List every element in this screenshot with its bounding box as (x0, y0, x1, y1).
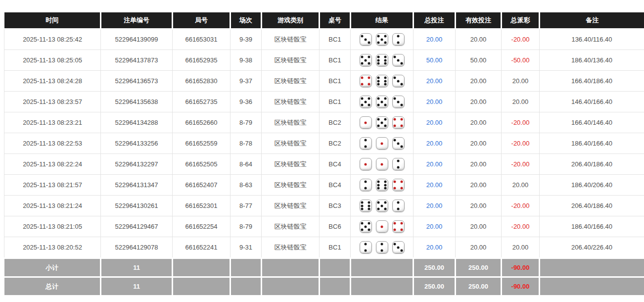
cell-total-bet[interactable]: 20.00 (414, 216, 456, 237)
cell-game-type: 区块链骰宝 (262, 71, 320, 92)
cell-round-id: 661653031 (173, 29, 230, 50)
die-face-3-icon (392, 75, 405, 87)
die-face-1-icon (360, 116, 372, 129)
table-row: 2025-11-13 08:25:05 522964137873 6616529… (4, 50, 644, 71)
summary-payout: -90.00 (502, 277, 540, 296)
cell-bet-id: 522964134288 (101, 112, 173, 133)
cell-valid-bet: 20.00 (456, 175, 502, 196)
die-face-2-icon (360, 137, 372, 150)
cell-valid-bet: 20.00 (456, 237, 502, 258)
cell-round-id: 661652505 (173, 154, 230, 175)
cell-total-bet[interactable]: 20.00 (414, 92, 456, 112)
cell-payout: -20.00 (502, 196, 540, 216)
cell-valid-bet: 20.00 (456, 29, 502, 50)
cell-payout: -20.00 (502, 154, 540, 175)
cell-payout: 20.00 (502, 92, 540, 112)
dice-result (351, 75, 413, 87)
cell-session: 8-63 (230, 175, 262, 196)
die-face-1-icon (376, 158, 388, 170)
cell-result (351, 29, 414, 50)
cell-round-id: 661652935 (173, 50, 230, 71)
col-header-round-id: 局号 (173, 12, 230, 29)
cell-result (351, 71, 414, 92)
cell-table-no: BC1 (320, 71, 351, 92)
header-row: 时间 注单编号 局号 场次 游戏类别 桌号 结果 总投注 有效投注 总派彩 备注 (4, 12, 644, 29)
die-face-4-icon (392, 220, 405, 233)
cell-game-type: 区块链骰宝 (262, 175, 320, 196)
cell-session: 9-38 (230, 50, 262, 71)
cell-session: 8-79 (230, 112, 262, 133)
table-row: 2025-11-13 08:23:57 522964135638 6616527… (4, 92, 644, 112)
table-row: 2025-11-13 08:23:21 522964134288 6616526… (4, 112, 644, 133)
die-face-3-icon (392, 96, 405, 108)
cell-total-bet[interactable]: 20.00 (414, 71, 456, 92)
cell-result (351, 154, 414, 175)
cell-bet-id: 522964133256 (101, 133, 173, 154)
cell-remark: 186.40/136.40 (540, 50, 644, 71)
table-row: 2025-11-13 08:22:53 522964133256 6616525… (4, 133, 644, 154)
die-face-3-icon (392, 137, 405, 150)
cell-result (351, 112, 414, 133)
table-row: 2025-11-13 08:21:57 522964131347 6616524… (4, 175, 644, 196)
dice-result (351, 54, 413, 66)
cell-round-id: 661652559 (173, 133, 230, 154)
table-header: 时间 注单编号 局号 场次 游戏类别 桌号 结果 总投注 有效投注 总派彩 备注 (4, 12, 644, 29)
summary-valid-bet: 250.00 (456, 258, 502, 277)
cell-total-bet[interactable]: 20.00 (414, 154, 456, 175)
summary-row: 总计 11 250.00 250.00 -90.00 (4, 277, 644, 296)
dice-result (351, 116, 413, 129)
die-face-4-icon (392, 116, 405, 129)
col-header-bet-id: 注单编号 (101, 12, 173, 29)
cell-session: 9-37 (230, 71, 262, 92)
dice-result (351, 220, 413, 233)
cell-remark: 166.40/186.40 (540, 71, 644, 92)
die-face-2-icon (392, 33, 405, 46)
cell-remark: 186.40/166.40 (540, 133, 644, 154)
cell-payout: -20.00 (502, 216, 540, 237)
table-body: 2025-11-13 08:25:42 522964139099 6616530… (4, 29, 644, 258)
die-face-1-icon (376, 137, 388, 150)
cell-table-no: BC4 (320, 154, 351, 175)
cell-bet-id: 522964129467 (101, 216, 173, 237)
cell-table-no: BC2 (320, 112, 351, 133)
cell-game-type: 区块链骰宝 (262, 133, 320, 154)
cell-total-bet[interactable]: 20.00 (414, 237, 456, 258)
cell-valid-bet: 20.00 (456, 92, 502, 112)
die-face-2-icon (392, 200, 405, 212)
col-header-remark: 备注 (540, 12, 644, 29)
bet-records-panel: 时间 注单编号 局号 场次 游戏类别 桌号 结果 总投注 有效投注 总派彩 备注… (4, 12, 644, 295)
cell-round-id: 661652660 (173, 112, 230, 133)
cell-total-bet[interactable]: 20.00 (414, 133, 456, 154)
cell-total-bet[interactable]: 20.00 (414, 196, 456, 216)
die-face-5-icon (360, 96, 372, 108)
table-row: 2025-11-13 08:22:24 522964132297 6616525… (4, 154, 644, 175)
summary-total-bet: 250.00 (414, 258, 456, 277)
cell-payout: -20.00 (502, 112, 540, 133)
cell-total-bet[interactable]: 20.00 (414, 112, 456, 133)
die-face-5-icon (376, 200, 388, 212)
cell-total-bet[interactable]: 20.00 (414, 175, 456, 196)
cell-bet-id: 522964139099 (101, 29, 173, 50)
cell-bet-id: 522964136573 (101, 71, 173, 92)
cell-payout: 20.00 (502, 71, 540, 92)
cell-round-id: 661652407 (173, 175, 230, 196)
die-face-2-icon (360, 179, 372, 191)
cell-payout: 20.00 (502, 237, 540, 258)
cell-remark: 146.40/166.40 (540, 92, 644, 112)
cell-valid-bet: 20.00 (456, 133, 502, 154)
cell-session: 8-79 (230, 216, 262, 237)
cell-session: 9-36 (230, 92, 262, 112)
cell-total-bet[interactable]: 20.00 (414, 29, 456, 50)
dice-result (351, 33, 413, 46)
die-face-3-icon (360, 33, 372, 46)
col-header-game-type: 游戏类别 (262, 12, 320, 29)
cell-round-id: 661652830 (173, 71, 230, 92)
summary-count: 11 (101, 258, 173, 277)
cell-round-id: 661652301 (173, 196, 230, 216)
col-header-payout: 总派彩 (502, 12, 540, 29)
cell-total-bet[interactable]: 50.00 (414, 50, 456, 71)
cell-game-type: 区块链骰宝 (262, 112, 320, 133)
cell-bet-id: 522964132297 (101, 154, 173, 175)
cell-result (351, 133, 414, 154)
cell-payout: -20.00 (502, 29, 540, 50)
